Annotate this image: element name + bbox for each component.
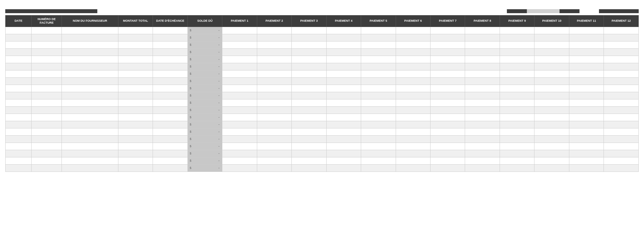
- entreprise-label: [5, 9, 97, 13]
- col-header-nom-du-fournisseur: NOM DU FOURNISSEUR: [62, 15, 118, 27]
- table-row[interactable]: $-: [6, 157, 639, 164]
- col-header-paiement-2: PAIEMENT 2: [257, 15, 291, 27]
- total-du-value: [527, 9, 560, 13]
- table-row[interactable]: $-: [6, 70, 639, 77]
- col-header-date: DATE: [6, 15, 32, 27]
- table-row[interactable]: $-: [6, 34, 639, 41]
- table-row[interactable]: $-: [6, 27, 639, 34]
- col-header-paiement-6: PAIEMENT 6: [396, 15, 430, 27]
- col-header-paiement-12: PAIEMENT 12: [604, 15, 639, 27]
- col-header-paiement-5: PAIEMENT 5: [361, 15, 396, 27]
- col-header-paiement-7: PAIEMENT 7: [431, 15, 465, 27]
- col-header-paiement-1: PAIEMENT 1: [222, 15, 257, 27]
- table-row[interactable]: $-: [6, 85, 639, 92]
- col-header-paiement-4: PAIEMENT 4: [326, 15, 361, 27]
- date-actuelle-label: [560, 9, 580, 13]
- col-header-date-d--ch-ance: DATE D'ÉCHÉANCE: [153, 15, 187, 27]
- table-row[interactable]: $-: [6, 114, 639, 121]
- top-bar: [5, 9, 639, 13]
- col-header-num-ro-de-facture: NUMÉRO DE FACTURE: [32, 15, 62, 27]
- col-header-solde-d-: SOLDE DÛ: [187, 15, 222, 27]
- table-row[interactable]: $-: [6, 143, 639, 150]
- col-header-montant-total: MONTANT TOTAL: [118, 15, 153, 27]
- table-row[interactable]: $-: [6, 77, 639, 85]
- col-header-paiement-3: PAIEMENT 3: [292, 15, 326, 27]
- table-row[interactable]: $-: [6, 164, 639, 172]
- table-row[interactable]: $-: [6, 48, 639, 56]
- col-header-paiement-8: PAIEMENT 8: [465, 15, 500, 27]
- table-row[interactable]: $-: [6, 106, 639, 114]
- infos-supplementaires-label: [599, 9, 639, 13]
- table-row[interactable]: $-: [6, 92, 639, 99]
- table-row[interactable]: $-: [6, 41, 639, 48]
- col-header-paiement-11: PAIEMENT 11: [569, 15, 604, 27]
- comptabilite-table: DATENUMÉRO DE FACTURENOM DU FOURNISSEURM…: [5, 15, 639, 172]
- table-row[interactable]: $-: [6, 121, 639, 128]
- table-row[interactable]: $-: [6, 56, 639, 63]
- table-row[interactable]: $-: [6, 150, 639, 157]
- col-header-paiement-9: PAIEMENT 9: [500, 15, 534, 27]
- total-du-label: [507, 9, 527, 13]
- table-header-row: DATENUMÉRO DE FACTURENOM DU FOURNISSEURM…: [6, 15, 639, 27]
- table-row[interactable]: $-: [6, 128, 639, 135]
- date-actuelle-value: [580, 9, 599, 13]
- table-row[interactable]: $-: [6, 99, 639, 106]
- col-header-paiement-10: PAIEMENT 10: [534, 15, 569, 27]
- table-row[interactable]: $-: [6, 135, 639, 143]
- table-row[interactable]: $-: [6, 63, 639, 70]
- entreprise-value[interactable]: [97, 9, 507, 13]
